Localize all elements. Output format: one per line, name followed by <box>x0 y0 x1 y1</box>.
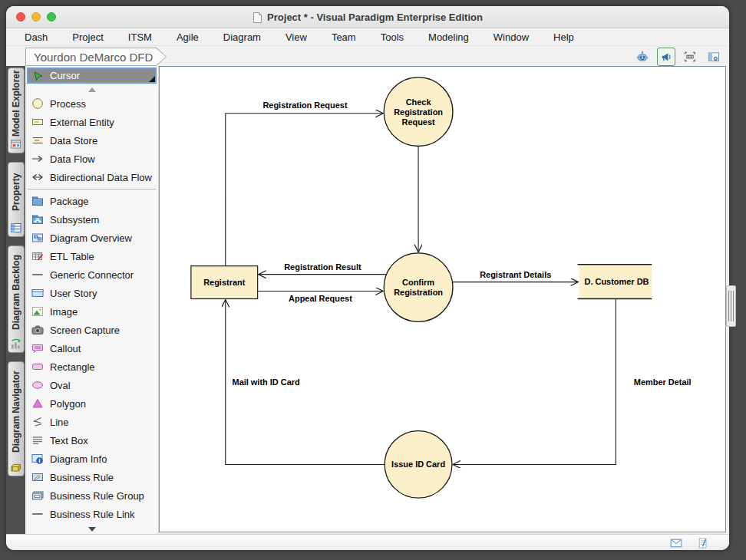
text-box-icon <box>31 434 44 446</box>
note-edit-icon-button[interactable] <box>695 536 711 548</box>
flow-label-registration-request[interactable]: Registration Request <box>262 100 347 110</box>
business-rule-link-icon <box>31 508 44 520</box>
tool-line[interactable]: Line <box>25 413 158 431</box>
etl-table-icon <box>31 250 44 262</box>
diagram-overview-icon <box>31 232 44 244</box>
tool-label: Business Rule <box>50 472 114 483</box>
tool-package[interactable]: Package <box>25 192 158 210</box>
capture-region-icon <box>684 51 696 63</box>
menu-view[interactable]: View <box>273 31 319 43</box>
tool-oval[interactable]: Oval <box>25 376 158 394</box>
tool-bidirectional-data-flow[interactable]: Bidirectional Data Flow <box>25 168 158 186</box>
window-title: Project * - Visual Paradigm Enterprise E… <box>267 12 483 23</box>
side-tab-property[interactable]: Property <box>8 162 25 237</box>
tool-label: Data Store <box>50 135 97 147</box>
tool-subsystem[interactable]: Subsystem <box>25 210 158 229</box>
titlebar[interactable]: Project * - Visual Paradigm Enterprise E… <box>6 6 729 28</box>
tool-business-rule[interactable]: Business Rule <box>25 468 158 486</box>
status-bar <box>6 534 729 550</box>
menu-window[interactable]: Window <box>481 31 541 43</box>
menu-tools[interactable]: Tools <box>368 31 416 43</box>
flow-label-member-detail[interactable]: Member Detail <box>634 377 692 387</box>
tool-business-rule-group[interactable]: Business Rule Group <box>25 486 158 505</box>
tool-label: Line <box>50 417 69 428</box>
tool-screen-capture[interactable]: Screen Capture <box>25 321 158 339</box>
menu-itsm[interactable]: ITSM <box>116 31 164 43</box>
side-tab-diagram-navigator[interactable]: Diagram Navigator <box>8 361 25 476</box>
tool-etl-table[interactable]: ETL Table <box>25 247 158 265</box>
tool-user-story[interactable]: User Story <box>25 284 158 302</box>
tool-generic-connector[interactable]: Generic Connector <box>25 265 158 284</box>
menu-dash[interactable]: Dash <box>12 31 60 43</box>
palette-scroll-down-button[interactable] <box>25 525 158 534</box>
menu-help[interactable]: Help <box>541 31 586 43</box>
tool-polygon[interactable]: Polygon <box>25 394 158 413</box>
tool-label: Business Rule Group <box>50 490 144 502</box>
announcement-icon-button[interactable] <box>657 48 675 66</box>
breadcrumb-label: Yourdon DeMarco DFD <box>34 51 153 64</box>
tool-business-rule-link[interactable]: Business Rule Link <box>25 505 158 523</box>
callout-icon <box>31 342 44 354</box>
menu-agile[interactable]: Agile <box>164 31 211 43</box>
model-explorer-icon <box>10 138 22 150</box>
flow-member-detail[interactable] <box>453 299 616 465</box>
menu-diagram[interactable]: Diagram <box>211 31 273 43</box>
tool-text-box[interactable]: Text Box <box>25 431 158 450</box>
image-icon <box>31 305 44 318</box>
layout-panel-icon-button[interactable] <box>705 48 723 66</box>
menu-modeling[interactable]: Modeling <box>416 31 481 43</box>
tool-label: Diagram Overview <box>50 232 132 244</box>
panel-splitter-handle[interactable] <box>726 285 736 327</box>
tool-label: External Entity <box>50 117 114 128</box>
minimize-button[interactable] <box>31 12 41 21</box>
tool-data-flow[interactable]: Data Flow <box>25 150 158 168</box>
close-button[interactable] <box>16 12 25 21</box>
breadcrumb[interactable]: Yourdon DeMarco DFD <box>25 48 167 66</box>
tool-label: Subsystem <box>50 214 99 226</box>
tool-process[interactable]: Process <box>25 94 158 113</box>
bot-icon-button[interactable] <box>633 48 652 66</box>
tool-palette: Cursor Process External Entity Data Stor… <box>25 66 159 535</box>
data-store-icon <box>31 134 44 147</box>
package-icon <box>31 195 44 207</box>
side-tab-model-explorer[interactable]: Model Explorer <box>8 68 25 153</box>
generic-connector-icon <box>31 268 44 281</box>
tool-external-entity[interactable]: External Entity <box>25 113 158 131</box>
side-tab-diagram-backlog[interactable]: Diagram Backlog <box>8 245 25 353</box>
announcement-icon <box>660 51 672 63</box>
flow-label-registrant-details[interactable]: Registrant Details <box>480 270 551 279</box>
zoom-button[interactable] <box>47 12 56 21</box>
tool-label: Polygon <box>50 398 86 410</box>
palette-separator <box>28 189 156 189</box>
flow-registration-request[interactable] <box>226 114 383 266</box>
diagram-canvas[interactable]: Registration RequestRegistration ResultA… <box>159 66 726 532</box>
tool-label: Text Box <box>50 435 88 446</box>
line-icon <box>31 416 44 428</box>
palette-scroll-up-button[interactable] <box>25 85 158 94</box>
capture-region-icon-button[interactable] <box>681 48 699 66</box>
tool-label: ETL Table <box>50 251 94 262</box>
node-label-customer-db: D. Customer DB <box>584 277 649 286</box>
menu-project[interactable]: Project <box>60 31 115 43</box>
tool-image[interactable]: Image <box>25 302 158 321</box>
flow-label-appeal-request[interactable]: Appeal Request <box>289 294 352 303</box>
screen-capture-icon <box>31 324 44 336</box>
flow-label-mail-with-id-card[interactable]: Mail with ID Card <box>233 377 300 387</box>
tool-diagram-overview[interactable]: Diagram Overview <box>25 229 158 247</box>
mail-icon-button[interactable] <box>668 536 684 548</box>
note-edit-icon <box>697 536 709 548</box>
tool-label: Image <box>50 306 78 318</box>
node-label-registrant: Registrant <box>203 278 246 287</box>
flow-label-registration-result[interactable]: Registration Result <box>284 262 361 272</box>
tool-data-store[interactable]: Data Store <box>25 131 158 150</box>
tool-cursor[interactable]: Cursor <box>27 68 157 84</box>
cursor-icon <box>32 70 45 82</box>
tool-rectangle[interactable]: Rectangle <box>25 357 158 376</box>
tool-diagram-info[interactable]: Diagram Info <box>25 450 158 468</box>
rectangle-icon <box>31 361 44 373</box>
main-area: Model Explorer Property Diagram Backlog … <box>6 66 729 535</box>
tool-label: Process <box>50 98 86 110</box>
menu-team[interactable]: Team <box>319 31 368 43</box>
tool-callout[interactable]: Callout <box>25 339 158 357</box>
tool-label: Oval <box>50 380 71 391</box>
